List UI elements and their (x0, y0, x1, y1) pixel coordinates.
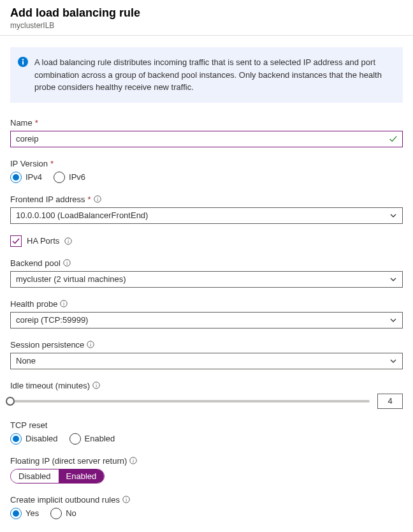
backend-pool-select[interactable]: mycluster (2 virtual machines) (10, 271, 403, 288)
info-icon (18, 57, 28, 67)
ipv4-radio[interactable]: IPv4 (10, 172, 42, 183)
chevron-down-icon (389, 357, 397, 365)
help-icon[interactable]: i (87, 341, 94, 348)
backend-pool-label: Backend pool i (10, 258, 403, 268)
idle-timeout-value[interactable]: 4 (377, 394, 403, 409)
svg-text:i: i (68, 239, 69, 244)
svg-text:i: i (126, 497, 127, 503)
health-probe-label: Health probe i (10, 299, 403, 309)
ip-version-label: IP Version * (10, 159, 403, 168)
svg-text:i: i (97, 196, 99, 202)
chevron-down-icon (389, 316, 397, 324)
page-title: Add load balancing rule (10, 6, 403, 20)
svg-text:i: i (96, 383, 98, 388)
floating-ip-toggle: Disabled Enabled (10, 469, 105, 484)
help-icon[interactable]: i (129, 457, 137, 464)
help-icon[interactable]: i (122, 496, 130, 503)
svg-point-1 (22, 59, 24, 60)
outbound-yes-radio[interactable]: Yes (10, 508, 39, 519)
valid-check-icon (389, 135, 398, 144)
tcp-reset-radio-group: Disabled Enabled (10, 433, 403, 445)
name-input[interactable] (10, 131, 403, 147)
health-probe-select[interactable]: coreip (TCP:59999) (10, 312, 403, 329)
svg-text:i: i (90, 342, 92, 348)
ipv6-radio[interactable]: IPv6 (54, 172, 85, 183)
session-persistence-label: Session persistence i (10, 340, 403, 350)
name-label: Name * (10, 118, 403, 128)
svg-rect-2 (22, 61, 24, 65)
ha-ports-checkbox[interactable] (10, 235, 22, 247)
outbound-rules-label: Create implicit outbound rules i (10, 495, 403, 505)
tcp-reset-disabled-radio[interactable]: Disabled (10, 433, 58, 445)
idle-timeout-label: Idle timeout (minutes) i (10, 381, 403, 390)
svg-text:i: i (66, 260, 68, 266)
tcp-reset-label: TCP reset (10, 420, 403, 430)
session-persistence-select[interactable]: None (10, 353, 403, 369)
help-icon[interactable]: i (94, 195, 101, 203)
help-icon[interactable]: i (63, 259, 71, 267)
floating-ip-enabled-pill[interactable]: Enabled (59, 469, 105, 483)
frontend-ip-label: Frontend IP address * i (10, 195, 403, 204)
frontend-ip-select[interactable]: 10.0.0.100 (LoadBalancerFrontEnd) (10, 207, 403, 224)
slider-thumb[interactable] (6, 397, 15, 406)
outbound-rules-radio-group: Yes No (10, 508, 403, 519)
idle-timeout-slider[interactable] (10, 400, 370, 403)
chevron-down-icon (389, 276, 397, 283)
ip-version-radio-group: IPv4 IPv6 (10, 172, 403, 183)
floating-ip-disabled-pill[interactable]: Disabled (11, 469, 59, 483)
tcp-reset-enabled-radio[interactable]: Enabled (69, 433, 115, 445)
svg-text:i: i (63, 301, 65, 307)
ha-ports-label: HA Ports (27, 236, 59, 246)
floating-ip-label: Floating IP (direct server return) i (10, 456, 403, 466)
chevron-down-icon (389, 212, 397, 219)
info-text: A load balancing rule distributes incomi… (34, 56, 394, 94)
page-subtitle: myclusterILB (10, 21, 403, 30)
help-icon[interactable]: i (92, 381, 100, 389)
outbound-no-radio[interactable]: No (50, 508, 76, 519)
info-banner: A load balancing rule distributes incomi… (10, 47, 403, 103)
help-icon[interactable]: i (60, 300, 68, 307)
help-icon[interactable]: i (64, 237, 72, 245)
panel-header: Add load balancing rule myclusterILB (0, 0, 413, 36)
svg-text:i: i (133, 458, 134, 464)
